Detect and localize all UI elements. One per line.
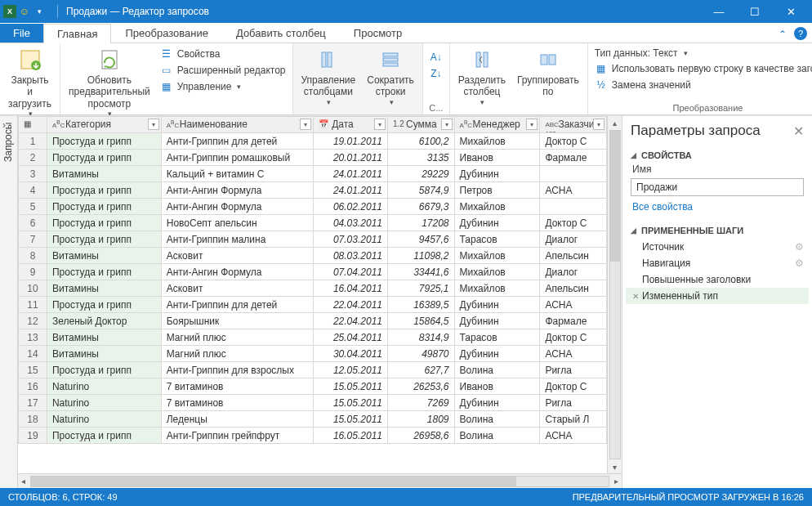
- cell[interactable]: Анти-Гриппин грейпфрут: [161, 428, 313, 444]
- cell[interactable]: 20.01.2011: [314, 150, 388, 166]
- cell[interactable]: Ригла: [540, 362, 607, 378]
- tab-view[interactable]: Просмотр: [340, 23, 416, 43]
- cell[interactable]: Простуда и грипп: [47, 264, 161, 280]
- cell[interactable]: Витамины: [47, 280, 161, 297]
- cell[interactable]: Доктор С: [540, 378, 607, 395]
- cell[interactable]: Диалог: [540, 264, 607, 280]
- data-grid[interactable]: ▦ABCКатегория▾ABCНаименование▾📅Дата▾1.2С…: [18, 116, 607, 473]
- cell[interactable]: Простуда и грипп: [47, 182, 161, 199]
- tab-add-column[interactable]: Добавить столбец: [222, 23, 340, 43]
- cell[interactable]: 15.05.2011: [314, 378, 388, 395]
- cell[interactable]: Доктор С: [540, 133, 607, 150]
- cell[interactable]: Анти-Гриппин для взрослых: [161, 362, 313, 378]
- applied-steps-header[interactable]: ◢ПРИМЕНЕННЫЕ ШАГИ: [622, 221, 812, 237]
- cell[interactable]: 06.02.2011: [314, 199, 388, 215]
- cell[interactable]: 22.04.2011: [314, 297, 388, 313]
- cell[interactable]: Простуда и грипп: [47, 428, 161, 444]
- cell[interactable]: АСНА: [540, 428, 607, 444]
- cell[interactable]: Зеленый Доктор: [47, 313, 161, 329]
- cell[interactable]: 19.01.2011: [314, 133, 388, 150]
- cell[interactable]: Асковит: [161, 280, 313, 297]
- replace-values-button[interactable]: ½Замена значений: [593, 78, 812, 92]
- cell[interactable]: 04.03.2011: [314, 215, 388, 231]
- queries-rail[interactable]: › Запросы: [0, 116, 18, 488]
- cell[interactable]: 22.04.2011: [314, 313, 388, 329]
- filter-icon[interactable]: ▾: [300, 119, 311, 130]
- cell[interactable]: Боярышник: [161, 313, 313, 329]
- cell[interactable]: 6100,2: [388, 133, 455, 150]
- cell[interactable]: 16389,5: [388, 297, 455, 313]
- cell[interactable]: Кальций + витамин C: [161, 166, 313, 182]
- cell[interactable]: 30.04.2011: [314, 346, 388, 362]
- table-row[interactable]: 1Простуда и гриппАнти-Гриппин для детей1…: [19, 133, 607, 150]
- gear-icon[interactable]: ⚙: [795, 241, 804, 253]
- cell[interactable]: 3135: [388, 150, 455, 166]
- maximize-button[interactable]: ☐: [737, 0, 773, 23]
- cell[interactable]: 1809: [388, 411, 455, 428]
- cell[interactable]: Асковит: [161, 248, 313, 264]
- cell[interactable]: Диалог: [540, 231, 607, 248]
- table-row[interactable]: 4Простуда и гриппАнти-Ангин Формула24.01…: [19, 182, 607, 199]
- scroll-left-icon[interactable]: ◂: [21, 477, 25, 486]
- cell[interactable]: [540, 199, 607, 215]
- cell[interactable]: Волина: [454, 362, 540, 378]
- cell[interactable]: 33441,6: [388, 264, 455, 280]
- row-header-corner[interactable]: ▦: [19, 117, 47, 133]
- cell[interactable]: 7925,1: [388, 280, 455, 297]
- sort-asc-button[interactable]: A↓: [428, 50, 444, 65]
- table-row[interactable]: 11Простуда и гриппАнти-Гриппин для детей…: [19, 297, 607, 313]
- cell[interactable]: Доктор С: [540, 329, 607, 346]
- cell[interactable]: 12.05.2011: [314, 362, 388, 378]
- cell[interactable]: 15864,5: [388, 313, 455, 329]
- cell[interactable]: 26958,6: [388, 428, 455, 444]
- applied-step[interactable]: Источник⚙: [626, 239, 809, 255]
- cell[interactable]: 29229: [388, 166, 455, 182]
- column-header[interactable]: ABCНаименование▾: [161, 117, 313, 133]
- table-row[interactable]: 5Простуда и гриппАнти-Ангин Формула06.02…: [19, 199, 607, 215]
- cell[interactable]: Михайлов: [454, 248, 540, 264]
- cell[interactable]: Витамины: [47, 248, 161, 264]
- table-row[interactable]: 16Naturino7 витаминов15.05.201126253,6Ив…: [19, 378, 607, 395]
- cell[interactable]: АСНА: [540, 182, 607, 199]
- cell[interactable]: 16.05.2011: [314, 428, 388, 444]
- cell[interactable]: Волина: [454, 428, 540, 444]
- properties-button[interactable]: ☰Свойства: [158, 47, 288, 61]
- cell[interactable]: 7269: [388, 395, 455, 411]
- cell[interactable]: 07.04.2011: [314, 264, 388, 280]
- table-row[interactable]: 7Простуда и гриппАнти-Гриппин малина07.0…: [19, 231, 607, 248]
- table-row[interactable]: 19Простуда и гриппАнти-Гриппин грейпфрут…: [19, 428, 607, 444]
- cell[interactable]: Простуда и грипп: [47, 362, 161, 378]
- cell[interactable]: Naturino: [47, 395, 161, 411]
- cell[interactable]: 25.04.2011: [314, 329, 388, 346]
- cell[interactable]: 6679,3: [388, 199, 455, 215]
- cell[interactable]: Апельсин: [540, 248, 607, 264]
- table-row[interactable]: 18NaturinoЛеденцы15.05.20111809ВолинаСта…: [19, 411, 607, 428]
- qa-dropdown-icon[interactable]: ▾: [33, 5, 46, 18]
- cell[interactable]: 7 витаминов: [161, 378, 313, 395]
- column-header[interactable]: 📅Дата▾: [314, 117, 388, 133]
- cell[interactable]: Витамины: [47, 166, 161, 182]
- cell[interactable]: 08.03.2011: [314, 248, 388, 264]
- cell[interactable]: 15.05.2011: [314, 411, 388, 428]
- cell[interactable]: Иванов: [454, 378, 540, 395]
- cell[interactable]: Доктор С: [540, 215, 607, 231]
- cell[interactable]: [540, 166, 607, 182]
- filter-icon[interactable]: ▾: [148, 119, 159, 130]
- cell[interactable]: 15.05.2011: [314, 395, 388, 411]
- filter-icon[interactable]: ▾: [593, 119, 605, 130]
- cell[interactable]: АСНА: [540, 297, 607, 313]
- filter-icon[interactable]: ▾: [526, 119, 538, 130]
- scroll-up-icon[interactable]: ▴: [608, 116, 622, 129]
- cell[interactable]: Иванов: [454, 150, 540, 166]
- manage-button[interactable]: ▦Управление▾: [158, 79, 288, 94]
- cell[interactable]: Тарасов: [454, 231, 540, 248]
- cell[interactable]: Фармале: [540, 150, 607, 166]
- scroll-right-icon[interactable]: ▸: [614, 477, 618, 486]
- cell[interactable]: Старый Л: [540, 411, 607, 428]
- cell[interactable]: Леденцы: [161, 411, 313, 428]
- manage-columns-button[interactable]: Управление столбцами▾: [298, 45, 359, 107]
- advanced-editor-button[interactable]: ▭Расширенный редактор: [158, 63, 288, 78]
- cell[interactable]: Naturino: [47, 411, 161, 428]
- close-button[interactable]: ✕: [773, 0, 809, 23]
- table-row[interactable]: 2Простуда и гриппАнти-Гриппин ромашковый…: [19, 150, 607, 166]
